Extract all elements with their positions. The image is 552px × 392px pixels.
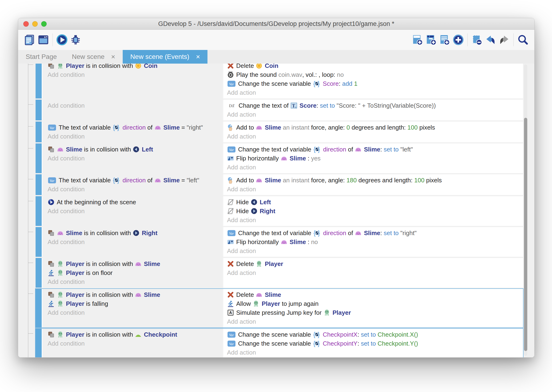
add-action-button[interactable]: Add action [227, 348, 523, 357]
action-line[interactable]: Flip horizontally Slime : yes [227, 154, 523, 163]
action-line[interactable]: Hide Right [227, 207, 523, 216]
add-condition-button[interactable]: Add condition [48, 132, 223, 141]
add-condition-button[interactable]: Add condition [48, 277, 223, 286]
actions-cell[interactable]: VarChange the text of variable {}directi… [223, 143, 523, 173]
scene-editor-button[interactable] [36, 33, 50, 47]
condition-line[interactable]: Player is falling [48, 299, 223, 308]
redo-button[interactable] [497, 33, 511, 47]
condition-line[interactable]: Player is in collision with Slime [48, 259, 223, 268]
event-row[interactable]: Slime is in collision with LeftAdd condi… [35, 143, 523, 173]
add-event-button[interactable] [410, 33, 424, 47]
debug-button[interactable] [69, 33, 83, 47]
conditions-cell[interactable]: Player is in collision with CheckpointAd… [42, 329, 223, 358]
conditions-cell[interactable]: Slime is in collision with LeftAdd condi… [42, 143, 223, 173]
action-line[interactable]: Delete Slime [227, 290, 523, 299]
zoom-window-button[interactable] [41, 21, 47, 27]
event-handle-bar[interactable] [35, 258, 42, 288]
event-row[interactable]: Add conditiontxtChange the text of TxSco… [35, 100, 523, 120]
condition-line[interactable]: VarThe text of variable {}direction of S… [48, 123, 223, 132]
condition-line[interactable]: VarThe text of variable {}direction of S… [48, 176, 223, 185]
action-line[interactable]: Allow Player to jump again [227, 299, 523, 308]
close-window-button[interactable] [23, 21, 29, 27]
add-condition-button[interactable]: Add condition [48, 238, 223, 246]
action-line[interactable]: VarChange the text of variable {}directi… [227, 145, 523, 154]
event-handle-bar[interactable] [35, 329, 42, 358]
conditions-cell[interactable]: Add condition [42, 100, 223, 120]
event-row[interactable]: Player is in collision with CheckpointAd… [35, 329, 523, 358]
tab-start-page[interactable]: Start Page [18, 50, 64, 64]
action-line[interactable]: Flip horizontally Slime : no [227, 238, 523, 246]
actions-cell[interactable]: VarChange the scene variable {}Checkpoin… [223, 329, 523, 358]
event-row[interactable]: Player is in collision with SlimePlayer … [35, 289, 523, 328]
action-line[interactable]: Delete Coin [227, 64, 523, 70]
add-action-button[interactable]: Add action [227, 317, 523, 326]
add-action-button[interactable]: Add action [227, 88, 523, 97]
event-row[interactable]: Slime is in collision with RightAdd cond… [35, 227, 523, 257]
add-condition-button[interactable]: Add condition [48, 185, 223, 194]
condition-line[interactable]: Player is in collision with Coin [48, 64, 223, 70]
add-action-button[interactable]: Add action [227, 246, 523, 255]
remove-event-button[interactable] [470, 33, 484, 47]
event-row[interactable]: VarThe text of variable {}direction of S… [35, 122, 523, 142]
condition-line[interactable]: Player is in collision with Checkpoint [48, 330, 223, 339]
condition-line[interactable]: Player is on floor [48, 268, 223, 277]
event-handle-bar[interactable] [35, 227, 42, 257]
add-action-button[interactable]: Add action [227, 268, 523, 277]
action-line[interactable]: Delete Player [227, 259, 523, 268]
event-row[interactable]: VarThe text of variable {}direction of S… [35, 174, 523, 195]
conditions-cell[interactable]: At the beginning of the sceneAdd conditi… [42, 196, 223, 226]
add-action-button[interactable]: Add action [227, 185, 523, 194]
play-button[interactable] [55, 33, 69, 47]
add-subevent-button[interactable] [424, 33, 438, 47]
add-circle-button[interactable] [451, 33, 465, 47]
add-condition-button[interactable]: Add condition [48, 101, 223, 110]
conditions-cell[interactable]: Player is in collision with SlimePlayer … [42, 258, 223, 288]
actions-cell[interactable]: Add to Slime an instant force, angle: 18… [223, 174, 523, 195]
actions-cell[interactable]: VarChange the text of variable {}directi… [223, 227, 523, 257]
search-button[interactable] [516, 33, 530, 47]
add-condition-button[interactable]: Add condition [48, 308, 223, 317]
add-comment-button[interactable] [438, 33, 451, 47]
action-line[interactable]: VarChange the scene variable {}Checkpoin… [227, 330, 523, 339]
actions-cell[interactable]: Delete CoinPlay the sound coin.wav, vol.… [223, 64, 523, 98]
conditions-cell[interactable]: VarThe text of variable {}direction of S… [42, 174, 223, 195]
action-line[interactable]: txtChange the text of TxScore: set to "S… [227, 101, 523, 110]
actions-cell[interactable]: Add to Slime an instant force, angle: 0 … [223, 122, 523, 142]
conditions-cell[interactable]: Slime is in collision with RightAdd cond… [42, 227, 223, 257]
event-handle-bar[interactable] [35, 143, 42, 173]
add-condition-button[interactable]: Add condition [48, 207, 223, 216]
action-line[interactable]: VarChange the scene variable {}Score: ad… [227, 79, 523, 88]
conditions-cell[interactable]: VarThe text of variable {}direction of S… [42, 122, 223, 142]
event-row[interactable]: Player is in collision with CoinAdd cond… [35, 64, 523, 98]
event-handle-bar[interactable] [35, 100, 42, 120]
event-handle-bar[interactable] [35, 174, 42, 195]
close-tab-icon[interactable]: × [111, 53, 115, 60]
condition-line[interactable]: Slime is in collision with Right [48, 229, 223, 238]
actions-cell[interactable]: Delete PlayerAdd action [223, 258, 523, 288]
event-handle-bar[interactable] [35, 64, 42, 98]
actions-cell[interactable]: txtChange the text of TxScore: set to "S… [223, 100, 523, 120]
actions-cell[interactable]: Hide LeftHide RightAdd action [223, 196, 523, 226]
action-line[interactable]: Add to Slime an instant force, angle: 18… [227, 176, 523, 185]
add-condition-button[interactable]: Add condition [48, 154, 223, 163]
event-handle-bar[interactable] [35, 196, 42, 226]
add-action-button[interactable]: Add action [227, 110, 523, 119]
close-tab-icon[interactable]: × [196, 53, 200, 60]
tab-new-scene-events-[interactable]: New scene (Events)× [123, 50, 207, 64]
event-handle-bar[interactable] [35, 289, 42, 328]
undo-button[interactable] [484, 33, 497, 47]
tab-new-scene[interactable]: New scene× [64, 50, 123, 64]
minimize-window-button[interactable] [32, 21, 38, 27]
event-row[interactable]: Player is in collision with SlimePlayer … [35, 258, 523, 288]
action-line[interactable]: Hide Left [227, 198, 523, 207]
conditions-cell[interactable]: Player is in collision with CoinAdd cond… [42, 64, 223, 98]
action-line[interactable]: Add to Slime an instant force, angle: 0 … [227, 123, 523, 132]
condition-line[interactable]: Slime is in collision with Left [48, 145, 223, 154]
scrollbar-thumb[interactable] [524, 118, 527, 351]
action-line[interactable]: Play the sound coin.wav, vol.: , loop: n… [227, 70, 523, 79]
condition-line[interactable]: At the beginning of the scene [48, 198, 223, 207]
event-row[interactable]: At the beginning of the sceneAdd conditi… [35, 196, 523, 226]
events-sheet-button[interactable] [23, 33, 36, 47]
actions-cell[interactable]: Delete SlimeAllow Player to jump againAS… [223, 289, 523, 328]
action-line[interactable]: ASimulate pressing Jump key for Player [227, 308, 523, 317]
